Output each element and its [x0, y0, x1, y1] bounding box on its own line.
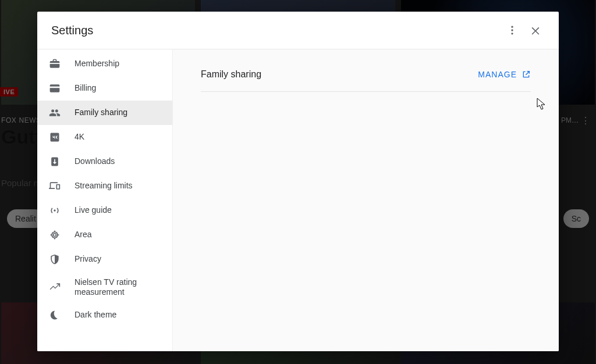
devices-icon: [49, 180, 61, 192]
close-button[interactable]: [524, 19, 547, 42]
section-title: Family sharing: [201, 69, 261, 80]
modal-title: Settings: [51, 24, 501, 37]
sidebar-item-membership[interactable]: Membership: [37, 52, 172, 76]
sidebar-item-label: Nielsen TV rating measurement: [74, 277, 163, 298]
sidebar-item-billing[interactable]: Billing: [37, 76, 172, 101]
sidebar-item-label: Family sharing: [74, 108, 127, 118]
svg-point-0: [511, 26, 513, 28]
membership-icon: [49, 58, 61, 70]
modal-header: Settings: [37, 12, 559, 49]
more-options-button[interactable]: [501, 19, 524, 42]
sidebar-item-4k[interactable]: 4K: [37, 125, 172, 149]
manage-link-label: MANAGE: [478, 70, 517, 79]
sidebar-item-privacy[interactable]: Privacy: [37, 247, 172, 272]
sidebar-item-label: Live guide: [74, 205, 112, 216]
sidebar-item-family-sharing[interactable]: Family sharing: [37, 101, 172, 125]
modal-body: Membership Billing Family sharing 4K: [37, 49, 559, 351]
sidebar-item-nielsen[interactable]: Nielsen TV rating measurement: [37, 272, 172, 303]
sidebar-item-area[interactable]: Area: [37, 223, 172, 247]
sidebar-item-label: 4K: [74, 132, 84, 142]
sidebar-item-label: Billing: [74, 83, 96, 94]
sidebar-item-label: Privacy: [74, 254, 101, 265]
sidebar-item-live-guide[interactable]: Live guide: [37, 198, 172, 223]
sidebar-item-label: Membership: [74, 59, 119, 69]
sidebar-item-label: Dark theme: [74, 310, 116, 320]
location-icon: [49, 229, 61, 241]
manage-link[interactable]: MANAGE: [478, 70, 531, 79]
download-icon: [49, 156, 61, 167]
people-icon: [49, 107, 61, 119]
close-icon: [530, 24, 541, 36]
sidebar-item-label: Area: [74, 230, 92, 240]
sidebar-item-dark-theme[interactable]: Dark theme: [37, 303, 172, 327]
more-vert-icon: [506, 24, 518, 36]
moon-icon: [49, 309, 61, 321]
sidebar-item-streaming-limits[interactable]: Streaming limits: [37, 174, 172, 198]
trending-icon: [49, 281, 61, 293]
broadcast-icon: [49, 205, 61, 216]
shield-icon: [49, 254, 61, 265]
settings-modal: Settings Membership Billing: [37, 12, 559, 351]
settings-sidebar: Membership Billing Family sharing 4K: [37, 49, 173, 351]
sidebar-item-downloads[interactable]: Downloads: [37, 149, 172, 174]
open-in-new-icon: [522, 70, 531, 79]
sidebar-item-label: Streaming limits: [74, 181, 133, 191]
settings-content: Family sharing MANAGE: [173, 49, 559, 351]
credit-card-icon: [49, 83, 61, 94]
svg-point-2: [511, 33, 513, 34]
family-sharing-row: Family sharing MANAGE: [201, 69, 531, 92]
four-k-icon: [49, 131, 61, 143]
svg-point-1: [511, 29, 513, 31]
sidebar-item-label: Downloads: [74, 156, 115, 167]
